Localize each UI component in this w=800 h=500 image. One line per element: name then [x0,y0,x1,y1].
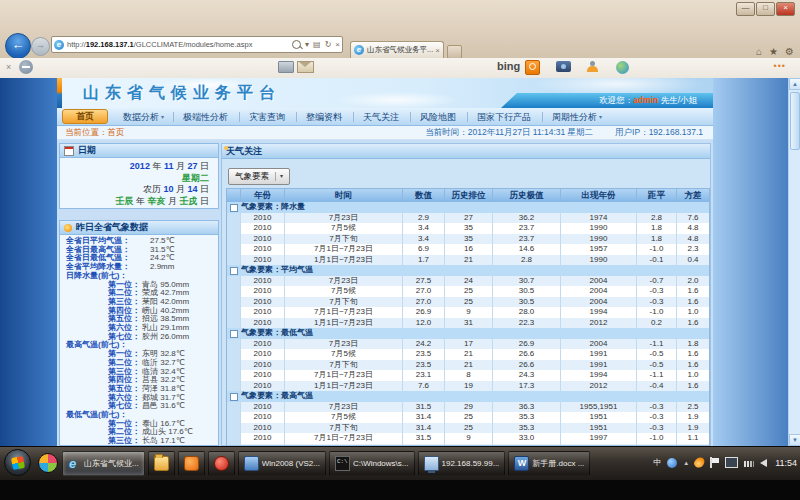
table-row[interactable]: 20107月5候27.02530.52004-0.31.6 [227,286,709,297]
col-extreme[interactable]: 历史极值 [493,189,561,202]
table-row[interactable]: 20107月下旬31.42535.31951-0.31.9 [227,423,709,434]
home-icon[interactable]: ⌂ [756,46,762,57]
col-anomaly[interactable]: 距平 [637,189,677,202]
refresh-icon[interactable]: ↻ [325,40,332,49]
table-row[interactable]: 20107月23日27.52430.72004-0.72.0 [227,276,709,287]
table-cell: 1.9 [677,423,709,434]
taskbar-button[interactable] [148,451,175,476]
page-scrollbar[interactable]: ▲ ▼ [788,78,800,446]
mail-icon[interactable] [297,61,314,73]
taskbar-clock[interactable]: 11:54 [775,458,797,468]
scrollbar-thumb[interactable] [790,92,800,150]
search-dropdown-icon[interactable]: ▾ [305,40,309,49]
compatibility-icon[interactable]: ▤ [313,40,321,49]
globe-icon[interactable] [616,61,629,74]
table-row[interactable]: 20101月1日~7月23日1.7212.81990-0.10.4 [227,255,709,266]
table-row[interactable]: 20107月下旬23.52126.61991-0.51.6 [227,360,709,371]
network-icon[interactable] [744,458,754,467]
scrollbar-down-icon[interactable]: ▼ [789,434,800,446]
table-row[interactable]: 20107月23日24.21726.92004-1.11.8 [227,339,709,350]
lunar-date: 农历 10 月 14 日 [60,184,209,196]
table-row[interactable]: 20107月1日~7月23日6.91614.61957-1.02.3 [227,244,709,255]
taskbar-button[interactable] [208,451,235,476]
camera-icon[interactable] [556,61,571,72]
col-record-year[interactable]: 出现年份 [561,189,637,202]
group-checkbox[interactable] [230,267,238,275]
table-row[interactable]: 20107月5候31.42535.31951-0.31.9 [227,412,709,423]
table-row[interactable]: 20107月1日~7月23日23.1824.31994-1.11.0 [227,370,709,381]
scrollbar-up-icon[interactable]: ▲ [789,78,800,90]
close-button[interactable]: × [776,2,795,16]
nav-item[interactable]: 国家下行产品 [467,112,542,122]
col-value[interactable]: 数值 [403,189,445,202]
table-row[interactable]: 20101月1日~7月23日12.03122.320120.21.6 [227,318,709,329]
col-time[interactable]: 时间 [285,189,403,202]
table-row[interactable]: 20107月下旬27.02530.52004-0.31.6 [227,297,709,308]
element-filter-button[interactable]: 气象要素 ▾ [228,168,290,185]
table-cell: -0.3 [637,423,677,434]
more-options-icon[interactable]: ••• [774,61,786,71]
stop-icon[interactable]: × [335,40,340,49]
col-variance[interactable]: 方差 [677,189,709,202]
table-cell: 35.3 [493,412,561,423]
hidden-icons-chevron[interactable]: ▲ [683,460,689,466]
nav-item-home[interactable]: 首页 [62,109,108,124]
table-cell: -0.3 [637,297,677,308]
table-row[interactable]: 20107月23日2.92736.219742.87.6 [227,213,709,224]
ime-indicator[interactable]: 中 [653,457,661,468]
new-tab-button[interactable] [447,45,462,59]
group-checkbox[interactable] [230,393,238,401]
bing-search-button[interactable] [525,60,540,75]
table-cell: 30.7 [493,276,561,287]
blocked-icon[interactable] [19,60,33,74]
table-row[interactable]: 20107月下旬3.43523.719901.84.8 [227,234,709,245]
nav-item[interactable]: 天气关注 [353,112,410,122]
minimize-button[interactable]: — [736,2,755,16]
tools-gear-icon[interactable]: ⚙ [785,46,794,57]
table-cell: -1.0 [637,307,677,318]
volume-icon[interactable] [760,459,767,467]
search-icon[interactable] [292,40,301,49]
group-checkbox[interactable] [230,330,238,338]
table-cell: 1.8 [677,339,709,350]
nav-item[interactable]: 数据分析▾ [114,112,173,122]
person-icon[interactable] [586,61,599,73]
thunder-icon[interactable] [693,455,707,469]
taskbar-button[interactable]: C:\Windows\s... [329,451,415,476]
address-bar[interactable]: e http://192.168.137.1/GLCCLIMATE/module… [51,36,343,53]
browser-tab[interactable]: e 山东省气候业务平... × [350,41,444,58]
monitor-icon[interactable] [725,457,738,468]
nav-item[interactable]: 周期性分析▾ [542,112,611,122]
toolbar-close-icon[interactable]: × [6,62,11,72]
taskbar-button-label: 山东省气候业... [84,458,139,469]
forward-button[interactable]: → [31,37,50,56]
nav-item[interactable]: 风险地图 [410,112,467,122]
card-icon[interactable] [278,61,294,73]
table-cell: 7月23日 [285,213,403,224]
maximize-button[interactable]: □ [756,2,775,16]
taskbar-button[interactable]: 192.168.59.99... [418,451,506,476]
group-checkbox[interactable] [230,204,238,212]
start-button[interactable] [4,449,31,476]
taskbar-button[interactable]: 山东省气候业... [62,451,145,476]
table-row[interactable]: 20107月1日~7月23日31.5933.01997-1.01.1 [227,433,709,444]
table-row[interactable]: 20107月1日~7月23日26.9928.01994-1.01.0 [227,307,709,318]
tab-close-icon[interactable]: × [435,46,440,55]
nav-item[interactable]: 整编资料 [296,112,353,122]
table-row[interactable]: 20107月5候23.52126.61991-0.51.6 [227,349,709,360]
taskbar-button[interactable]: Win2008 (VS2... [238,451,326,476]
table-row[interactable]: 20107月5候3.43523.719901.84.8 [227,223,709,234]
taskbar-button[interactable] [178,451,205,476]
taskbar-button[interactable]: 新手册.docx ... [508,451,590,476]
pinned-app-icon[interactable] [38,453,58,473]
table-row[interactable]: 20107月23日31.52936.31955,1951-0.32.5 [227,402,709,413]
nav-item[interactable]: 灾害查询 [239,112,296,122]
col-rank[interactable]: 历史排位 [445,189,493,202]
table-row[interactable]: 20101月1日~7月23日7.61917.32012-0.41.6 [227,381,709,392]
action-center-flag-icon[interactable] [710,457,719,468]
favorites-star-icon[interactable]: ★ [769,46,778,57]
col-year[interactable]: 年份 [241,189,285,202]
back-button[interactable]: ← [5,33,31,59]
nav-item[interactable]: 极端性分析 [173,112,239,122]
tray-app-icon[interactable] [667,458,677,468]
